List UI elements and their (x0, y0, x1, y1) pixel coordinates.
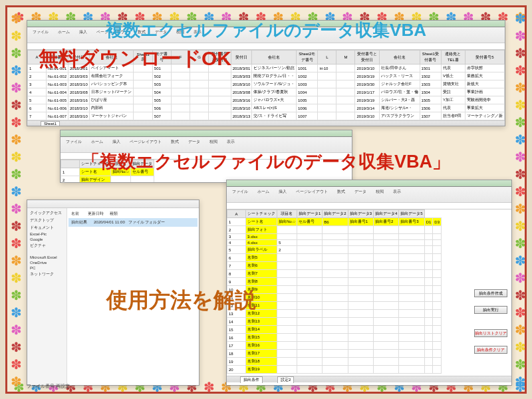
cell[interactable] (297, 262, 322, 270)
cell[interactable]: 交/ス・ドライビ写 (252, 112, 297, 120)
cell[interactable] (433, 246, 442, 254)
cell[interactable] (399, 226, 424, 234)
cell[interactable] (424, 342, 433, 350)
cell[interactable] (209, 96, 231, 104)
cell[interactable]: 名刺6 (246, 262, 277, 270)
cell[interactable] (318, 96, 336, 104)
table-row[interactable]: 3No.61-0032018/3/10パパショッピング本5032018/3/10… (28, 80, 505, 88)
cell[interactable] (433, 318, 442, 326)
cell[interactable] (348, 234, 373, 240)
cell[interactable]: 貨物支社 (442, 80, 466, 88)
cell[interactable]: 1502 (420, 72, 441, 80)
cell[interactable]: 7 (28, 112, 47, 120)
cell[interactable] (172, 80, 190, 88)
cell[interactable]: 2018/3/01 (231, 65, 252, 72)
cell[interactable] (336, 96, 355, 104)
cell[interactable] (297, 254, 322, 262)
cell[interactable]: 名刺13 (246, 318, 277, 326)
sidebar-item[interactable]: ネットワーク (29, 271, 65, 278)
cell[interactable]: H-10 (318, 65, 336, 72)
cell[interactable]: 15 (227, 326, 246, 334)
col-header[interactable]: A (28, 51, 47, 65)
cell[interactable]: 2019/3/10 (355, 65, 379, 72)
grid[interactable]: Aシートチェック項目名抽出データ1抽出データ2抽出データ3抽出データ4抽出データ… (227, 209, 511, 376)
cell[interactable] (399, 334, 424, 342)
cell[interactable] (190, 72, 209, 80)
cell[interactable] (433, 262, 442, 270)
cell[interactable] (297, 240, 322, 246)
cell[interactable] (348, 278, 373, 286)
col-header[interactable]: 抽出データ1 (297, 210, 322, 218)
cell[interactable]: 2 (227, 226, 246, 234)
cell[interactable] (297, 342, 322, 350)
cell[interactable] (374, 310, 399, 318)
cell[interactable] (424, 366, 433, 374)
cell[interactable] (323, 278, 348, 286)
cell[interactable] (297, 326, 322, 334)
cell[interactable]: ひばり座 (89, 96, 134, 104)
explorer-sidebar[interactable]: クイックアクセスデスクトップドキュメントExcel-PicGoogleピクチャM… (27, 208, 67, 385)
cell[interactable]: 名刺11 (246, 302, 277, 310)
cell[interactable] (433, 334, 442, 342)
table-row[interactable]: 1No.61-0012018/3/01ベイシアマート5012018/3/01ビジ… (28, 65, 505, 72)
cell[interactable] (277, 318, 297, 326)
cell[interactable] (433, 350, 442, 358)
cell[interactable] (348, 310, 373, 318)
cell[interactable] (348, 350, 373, 358)
cell[interactable] (323, 310, 348, 318)
cell[interactable]: 名刺14 (246, 326, 277, 334)
table-row[interactable]: 13名刺12 (227, 310, 442, 318)
ribbon-tab[interactable]: ホーム (255, 188, 272, 201)
col-header[interactable]: 受付番号と受付日 (355, 51, 379, 65)
cell[interactable]: 海道/シシサル×・ (379, 104, 420, 112)
cell[interactable] (297, 270, 322, 278)
cell[interactable]: 10 (227, 286, 246, 294)
cell[interactable]: 5 (28, 96, 47, 104)
cell[interactable]: セル番号 (297, 218, 322, 226)
cell[interactable] (323, 262, 348, 270)
ribbon-tab[interactable]: 校閲 (207, 138, 220, 151)
cell[interactable] (374, 278, 399, 286)
cell[interactable]: 2018/3/08 (231, 88, 252, 96)
cell[interactable] (374, 234, 399, 240)
cell[interactable] (433, 286, 442, 294)
cell[interactable]: 社長/田中さん (379, 65, 420, 72)
titlebar[interactable] (227, 180, 511, 187)
cell[interactable]: 赤字状態 (465, 65, 504, 72)
cell[interactable]: 4 (227, 240, 246, 246)
cell[interactable] (433, 366, 442, 374)
cell[interactable]: 名刺17 (246, 350, 277, 358)
cell[interactable] (374, 302, 399, 310)
cell[interactable]: シート名 (246, 218, 277, 226)
cell[interactable] (399, 278, 424, 286)
cell[interactable] (348, 342, 373, 350)
cell[interactable]: 抽出番号1 (348, 218, 373, 226)
cell[interactable] (336, 80, 355, 88)
table-row[interactable]: 14名刺13 (227, 318, 442, 326)
cell[interactable] (277, 302, 297, 310)
cell[interactable] (374, 226, 399, 234)
cell[interactable] (209, 112, 231, 120)
cell[interactable] (172, 88, 190, 96)
col-header[interactable]: 会社名 (89, 51, 134, 65)
cell[interactable]: 2019/3/19 (355, 72, 379, 80)
cell[interactable]: 1505 (420, 96, 441, 104)
cell[interactable] (399, 254, 424, 262)
table-row[interactable]: 44.xlsx5 (227, 240, 442, 246)
titlebar[interactable] (61, 130, 352, 137)
cell[interactable]: ジャパロウズ×大 (252, 96, 297, 104)
cell[interactable] (424, 270, 433, 278)
cell[interactable] (209, 65, 231, 72)
col-header[interactable]: 受付番号と受付日 (209, 51, 231, 65)
col-header[interactable]: 受付日 (68, 51, 90, 65)
cell[interactable]: 3.xlsx (246, 234, 277, 240)
cell[interactable] (336, 104, 355, 112)
sidebar-item[interactable]: Microsoft Excel (29, 255, 65, 260)
sidebar-item[interactable]: Excel-Pic (29, 231, 65, 237)
cell[interactable]: 1005 (297, 96, 318, 104)
ribbon-tab[interactable]: 数式 (168, 138, 182, 151)
cell[interactable] (348, 334, 373, 342)
cell[interactable]: 6 (227, 254, 246, 262)
cell[interactable]: 事業計画 (465, 88, 504, 96)
col-header[interactable]: 抽出データ4 (374, 210, 399, 218)
